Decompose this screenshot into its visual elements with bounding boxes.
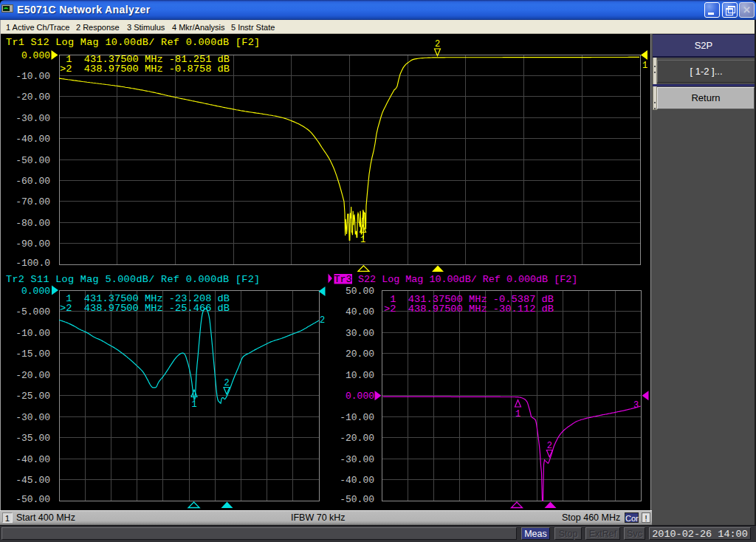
svg-text:-40.00: -40.00 — [340, 475, 374, 486]
svg-text:-20.00: -20.00 — [340, 433, 374, 444]
svg-text:-45.00: -45.00 — [16, 475, 50, 486]
svg-text:-10.00: -10.00 — [340, 412, 374, 423]
svg-text:-30.00: -30.00 — [340, 454, 374, 465]
svg-text:-40.00: -40.00 — [16, 454, 50, 465]
svg-text:0.000: 0.000 — [21, 286, 50, 297]
svg-text:3: 3 — [633, 400, 639, 411]
svg-text:-10.00: -10.00 — [16, 71, 50, 82]
svg-text:-40.00: -40.00 — [16, 134, 50, 145]
svg-text:-20.00: -20.00 — [16, 92, 50, 103]
svg-text:0.000: 0.000 — [346, 391, 374, 402]
svg-text:Tr3: Tr3 — [334, 274, 352, 285]
svg-text:-5.000: -5.000 — [16, 306, 50, 318]
svg-text:0.000: 0.000 — [21, 50, 50, 61]
svg-text:1: 1 — [191, 399, 196, 410]
svg-text:1: 1 — [642, 61, 647, 71]
svg-text:-50.00: -50.00 — [16, 494, 50, 505]
svg-text:40.00: 40.00 — [346, 306, 374, 318]
svg-text:>2 438.97500 MHz -25.466 dB: >2 438.97500 MHz -25.466 dB — [60, 303, 230, 314]
svg-text:2: 2 — [435, 39, 440, 49]
svg-text:-70.00: -70.00 — [16, 196, 50, 207]
svg-text:S22 Log Mag 10.00dB/ Ref 0.000: S22 Log Mag 10.00dB/ Ref 0.000dB [F2] — [358, 274, 577, 285]
svg-text:-35.00: -35.00 — [16, 433, 50, 444]
svg-text:50.00: 50.00 — [346, 286, 374, 297]
svg-text:>2 438.97500 MHz -30.112 dB: >2 438.97500 MHz -30.112 dB — [384, 303, 554, 315]
svg-text:2: 2 — [320, 315, 325, 326]
svg-text:2: 2 — [547, 441, 552, 451]
svg-text:10.00: 10.00 — [346, 370, 374, 381]
svg-text:-60.00: -60.00 — [16, 176, 50, 187]
svg-text:-90.00: -90.00 — [16, 239, 50, 250]
svg-text:-20.00: -20.00 — [16, 370, 50, 381]
svg-text:1: 1 — [515, 409, 520, 419]
svg-text:-10.00: -10.00 — [16, 328, 50, 339]
svg-text:-50.00: -50.00 — [340, 494, 374, 505]
svg-text:-15.00: -15.00 — [16, 349, 50, 360]
svg-text:-30.00: -30.00 — [16, 412, 50, 423]
svg-text:-80.00: -80.00 — [16, 218, 50, 229]
svg-text:1: 1 — [360, 235, 365, 245]
svg-text:-50.00: -50.00 — [16, 155, 50, 166]
svg-text:2: 2 — [224, 378, 229, 388]
svg-text:20.00: 20.00 — [346, 349, 374, 360]
svg-text:-25.00: -25.00 — [16, 391, 50, 402]
svg-text:-100.0: -100.0 — [16, 258, 50, 269]
svg-text:-30.00: -30.00 — [16, 113, 50, 124]
svg-text:>2 438.97500 MHz -0.8758 dB: >2 438.97500 MHz -0.8758 dB — [60, 64, 230, 75]
svg-text:Tr1 S12 Log Mag 10.00dB/ Ref 0: Tr1 S12 Log Mag 10.00dB/ Ref 0.000dB [F2… — [6, 37, 260, 48]
svg-text:Tr2 S11 Log Mag 5.000dB/ Ref 0: Tr2 S11 Log Mag 5.000dB/ Ref 0.000dB [F2… — [6, 274, 260, 285]
svg-text:30.00: 30.00 — [346, 328, 374, 339]
